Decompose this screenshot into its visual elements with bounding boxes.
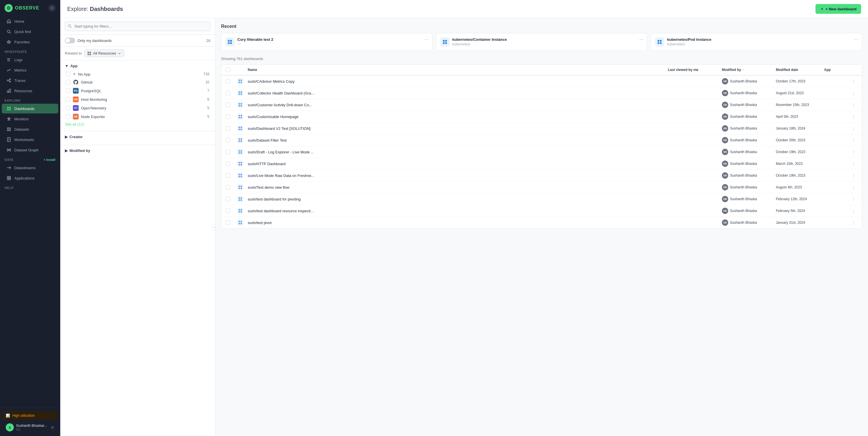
row-menu-button[interactable]: ⋮ [849,221,857,225]
sidebar-item-dashboards[interactable]: Dashboards [2,104,58,113]
recent-card-1[interactable]: kubernetes/Container Instance kubernetes… [436,33,648,51]
card-menu-button[interactable]: ⋯ [639,37,643,42]
filter-checkbox[interactable] [66,80,71,84]
settings-icon[interactable]: ⚙ [51,425,54,430]
row-menu-button[interactable]: ⋮ [849,103,857,107]
filter-item-postgresql[interactable]: PG PostgreSQL 7 [65,86,210,95]
related-to-row: Related to All Resources [60,47,215,60]
svg-point-21 [7,150,8,151]
sidebar-item-monitors[interactable]: Monitors [2,114,58,124]
header-last-viewed[interactable]: Last viewed by me [668,68,720,72]
recent-card-2[interactable]: kubernetes/Pod Instance kubernetes/ ⋯ [651,33,862,51]
filter-checkbox[interactable] [66,114,71,119]
table-row[interactable]: sush/Dashboard V2 Test [SOLUTION] SB Sus… [221,123,862,135]
creator-section-header[interactable]: ▶ Creator [65,135,210,139]
row-checkbox[interactable] [226,138,230,142]
new-dashboard-button[interactable]: ＋ + New dashboard [815,4,861,14]
table-row[interactable]: sush/Dataset Filter Test SB Sushanth Bha… [221,135,862,146]
sidebar-item-quick-find[interactable]: Quick find [2,27,58,36]
row-checkbox[interactable] [226,91,230,95]
filter-checkbox[interactable] [66,72,71,77]
dashboard-card-icon [655,37,664,47]
row-checkbox[interactable] [226,220,230,225]
sidebar-item-traces[interactable]: Traces [2,76,58,85]
row-checkbox[interactable] [226,114,230,119]
row-checkbox[interactable] [226,150,230,154]
svg-rect-51 [241,94,242,95]
table-row[interactable]: sush/Customizable Homepage SB Sushanth B… [221,111,862,123]
filter-item-no-app[interactable]: ✕ No App 718 [65,70,210,78]
table-row[interactable]: sush/CAdvisor Metrics Copy SB Sushanth B… [221,76,862,87]
table-row[interactable]: sush/HTTP Dashboard SB Sushanth Bhaska M… [221,158,862,170]
row-menu-button[interactable]: ⋮ [849,150,857,154]
sidebar-item-dataset-graph[interactable]: Dataset Graph [2,145,58,155]
card-menu-button[interactable]: ⋯ [425,37,428,42]
datasets-icon [6,127,11,132]
sidebar-item-applications[interactable]: Applications [2,173,58,183]
sidebar-item-resources[interactable]: Resources [2,86,58,96]
row-menu-button[interactable]: ⋮ [849,115,857,119]
header-modified-date[interactable]: Modified date [776,68,822,72]
sidebar-item-favorites[interactable]: Favorites [2,37,58,47]
table-row[interactable]: sush/test dashboard for pivoting SB Sush… [221,193,862,205]
table-row[interactable]: sush/test pivot SB Sushanth Bhaska Janua… [221,217,862,228]
row-menu-button[interactable]: ⋮ [849,91,857,95]
filter-checkbox[interactable] [66,88,71,93]
row-checkbox[interactable] [226,162,230,166]
all-resources-button[interactable]: All Resources [84,50,124,57]
sidebar-item-worksheets[interactable]: Worksheets [2,135,58,144]
filter-checkbox[interactable] [66,97,71,102]
table-row[interactable]: sush/Live Mode Raw Data on Freshne... SB… [221,170,862,181]
row-menu-button[interactable]: ⋮ [849,79,857,84]
row-checkbox[interactable] [226,126,230,131]
svg-rect-40 [658,40,659,42]
row-checkbox[interactable] [226,197,230,201]
app-section-header[interactable]: ▼ App [65,64,210,68]
modified-by-section-header[interactable]: ▶ Modified by [65,148,210,153]
row-menu-button[interactable]: ⋮ [849,138,857,142]
back-button[interactable] [49,5,55,11]
sidebar-item-metrics[interactable]: Metrics [2,65,58,75]
row-menu-button[interactable]: ⋮ [849,209,857,213]
row-menu-button[interactable]: ⋮ [849,173,857,178]
filter-search-input[interactable] [65,22,210,31]
table-row[interactable]: sush/Customer Activity Drill-down Co... … [221,99,862,111]
filter-item-opentelemetry[interactable]: OT OpenTelemetry 5 [65,104,210,112]
table-row[interactable]: sush/Test demo new flow SB Sushanth Bhas… [221,181,862,193]
svg-rect-87 [241,200,242,201]
sidebar-item-datasets[interactable]: Datasets [2,124,58,134]
table-row[interactable]: sush/Collector Health Dashboard (Gra... … [221,87,862,99]
header-app[interactable]: App [824,68,847,72]
only-my-dashboards-toggle[interactable] [65,38,75,43]
row-menu-button[interactable]: ⋮ [849,126,857,131]
filter-item-node-exporter[interactable]: NE Node Exporter 5 [65,112,210,121]
filter-checkbox[interactable] [66,106,71,110]
row-menu-button[interactable]: ⋮ [849,162,857,166]
filter-item-host-monitoring[interactable]: HM Host Monitoring 6 [65,95,210,104]
header-modified-by[interactable]: Modified by ↑ [722,68,774,72]
card-menu-button[interactable]: ⋯ [854,37,858,42]
select-all-checkbox[interactable] [226,67,230,72]
svg-rect-10 [9,89,11,92]
header-name[interactable]: Name [248,68,665,72]
see-all-button[interactable]: See all (12) [65,121,84,127]
row-menu-button[interactable]: ⋮ [849,185,857,190]
svg-rect-3 [7,58,11,59]
row-checkbox[interactable] [226,79,230,84]
table-row[interactable]: sush/test dashboard resource inspecti...… [221,205,862,217]
row-checkbox[interactable] [226,208,230,213]
filter-item-github[interactable]: GitHub 10 [65,78,210,86]
collapse-panel-button[interactable]: ‹ [212,224,215,231]
row-menu-button[interactable]: ⋮ [849,197,857,201]
row-checkbox[interactable] [226,103,230,107]
row-checkbox[interactable] [226,185,230,190]
sidebar-item-home[interactable]: Home [2,17,58,26]
sidebar-item-logs[interactable]: Logs [2,55,58,65]
row-checkbox[interactable] [226,173,230,178]
install-link[interactable]: + Install [43,158,55,162]
sidebar-item-datastreams[interactable]: Datastreams [2,163,58,173]
table-row[interactable]: sush/Draft - Log Explorer - Live Mode ..… [221,146,862,158]
recent-card-0[interactable]: Cory filterable test 2 --- ⋯ [221,33,433,51]
high-utilization-button[interactable]: 📊 High utilization [2,411,58,420]
user-row[interactable]: a Sushanth Bhaskar... O2 ⚙ [2,421,58,434]
